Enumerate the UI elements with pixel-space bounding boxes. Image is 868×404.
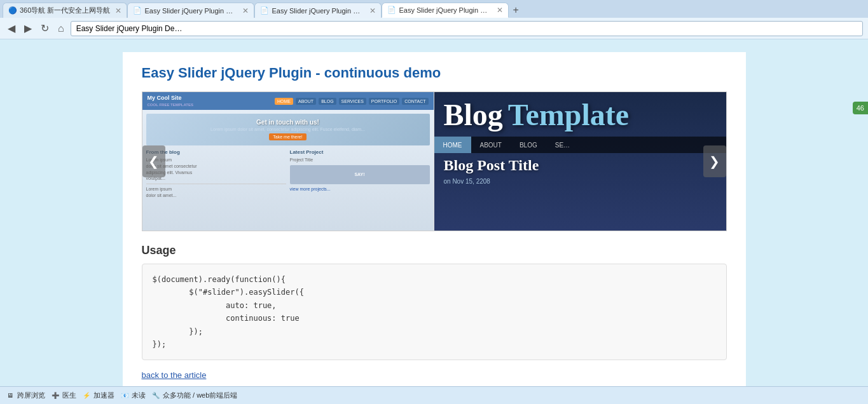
nav-refresh-button[interactable]: ↻: [38, 21, 52, 36]
page-inner: Easy Slider jQuery Plugin - continuous d…: [123, 52, 746, 386]
unread-icon: 📧: [120, 391, 130, 401]
toolbar: ◀ ▶ ↻ ⌂: [0, 18, 868, 39]
tab-2-favicon: 📄: [133, 6, 142, 15]
site-mockup: My Cool SiteCOOL FREE TEMPLATES HOME ABO…: [142, 92, 434, 231]
tab-1-label: 360导航 新一代安全上网导航: [20, 6, 110, 15]
blog-mockup: Blog Template HOME ABOUT BLOG SE… Blog P…: [434, 92, 726, 231]
mockup-col1-text: Lorem ipsumdolor sit amet consecteturadi…: [146, 157, 286, 182]
taskbar-item-doctor[interactable]: ➕ 医生: [50, 391, 76, 401]
tab-4-favicon: 📄: [387, 6, 396, 15]
taskbar: 🖥 跨屏浏览 ➕ 医生 ⚡ 加速器 📧 未读 🔧 众多功能 / web前端后端: [0, 386, 868, 404]
code-block: $(document).ready(function(){ $("#slider…: [142, 264, 727, 360]
tab-1-close[interactable]: ✕: [115, 6, 121, 15]
crossscreen-icon: 🖥: [5, 391, 15, 401]
back-to-article-link[interactable]: back to the article: [142, 370, 207, 380]
mockup-hero: Get in touch with us! Lorem ipsum dolor …: [146, 114, 430, 145]
mockup-body: Get in touch with us! Lorem ipsum dolor …: [142, 110, 434, 203]
code-content: $(document).ready(function(){ $("#slider…: [153, 273, 716, 351]
page-content: Easy Slider jQuery Plugin - continuous d…: [0, 39, 868, 386]
nav-back-button[interactable]: ◀: [5, 21, 18, 36]
mockup-nav: HOME ABOUT BLOG SERVICES PORTFOLIO CONTA…: [275, 98, 429, 105]
right-badge: 46: [853, 102, 868, 114]
slide-right: Blog Template HOME ABOUT BLOG SE… Blog P…: [434, 92, 726, 231]
taskbar-item-crossscreen[interactable]: 🖥 跨屏浏览: [5, 391, 45, 401]
mockup-columns: From the blog Lorem ipsumdolor sit amet …: [146, 149, 430, 199]
tab-2-label: Easy Slider jQuery Plugin De…: [144, 7, 237, 15]
mockup-col2-heading: Latest Project: [290, 149, 430, 155]
tab-2-close[interactable]: ✕: [242, 6, 249, 15]
mockup-logo: My Cool SiteCOOL FREE TEMPLATES: [148, 95, 193, 107]
taskbar-item-features[interactable]: 🔧 众多功能 / web前端后端: [151, 391, 237, 401]
tab-3[interactable]: 📄 Easy Slider jQuery Plugin De… ✕: [254, 3, 382, 18]
page-title: Easy Slider jQuery Plugin - continuous d…: [142, 65, 727, 81]
nav-home-button[interactable]: ⌂: [55, 22, 67, 36]
address-bar[interactable]: [71, 21, 863, 36]
accelerator-icon: ⚡: [81, 391, 92, 401]
browser-chrome: 🔵 360导航 新一代安全上网导航 ✕ 📄 Easy Slider jQuery…: [0, 0, 868, 39]
tab-3-favicon: 📄: [260, 6, 269, 15]
features-icon: 🔧: [151, 391, 161, 401]
usage-heading: Usage: [142, 244, 727, 257]
mockup-col1: From the blog Lorem ipsumdolor sit amet …: [146, 149, 286, 199]
tab-4-label: Easy Slider jQuery Plugin De…: [399, 6, 492, 14]
doctor-icon: ➕: [50, 391, 60, 401]
blog-nav: HOME ABOUT BLOG SE…: [434, 137, 726, 153]
taskbar-item-accelerator[interactable]: ⚡ 加速器: [81, 391, 114, 401]
blog-post-title: Blog Post Title: [444, 157, 539, 174]
tab-4[interactable]: 📄 Easy Slider jQuery Plugin De… ✕: [382, 3, 509, 18]
tab-bar: 🔵 360导航 新一代安全上网导航 ✕ 📄 Easy Slider jQuery…: [0, 0, 868, 18]
slider-prev-button[interactable]: ❮: [142, 145, 165, 177]
tab-2[interactable]: 📄 Easy Slider jQuery Plugin De… ✕: [127, 3, 254, 18]
new-tab-button[interactable]: +: [509, 3, 522, 18]
tab-4-close[interactable]: ✕: [497, 6, 503, 15]
slide-left: My Cool SiteCOOL FREE TEMPLATES HOME ABO…: [142, 92, 434, 231]
tab-1-favicon: 🔵: [8, 6, 17, 15]
tab-3-close[interactable]: ✕: [369, 6, 376, 15]
mockup-col2-text: Project Title: [290, 157, 430, 163]
mockup-header: My Cool SiteCOOL FREE TEMPLATES HOME ABO…: [142, 92, 434, 110]
slider-next-button[interactable]: ❯: [703, 145, 726, 177]
tab-3-label: Easy Slider jQuery Plugin De…: [272, 7, 364, 15]
tab-1[interactable]: 🔵 360导航 新一代安全上网导航 ✕: [3, 3, 127, 18]
nav-forward-button[interactable]: ▶: [22, 21, 34, 36]
slider-container: ❮ My Cool SiteCOOL FREE TEMPLATES HOME A…: [142, 91, 727, 231]
taskbar-item-unread[interactable]: 📧 未读: [120, 391, 146, 401]
mockup-col2: Latest Project Project Title SAY! view m…: [290, 149, 430, 199]
mockup-col1-heading: From the blog: [146, 149, 286, 155]
blog-post-date: on Nov 15, 2208: [444, 178, 490, 185]
slider-inner: My Cool SiteCOOL FREE TEMPLATES HOME ABO…: [142, 92, 726, 231]
